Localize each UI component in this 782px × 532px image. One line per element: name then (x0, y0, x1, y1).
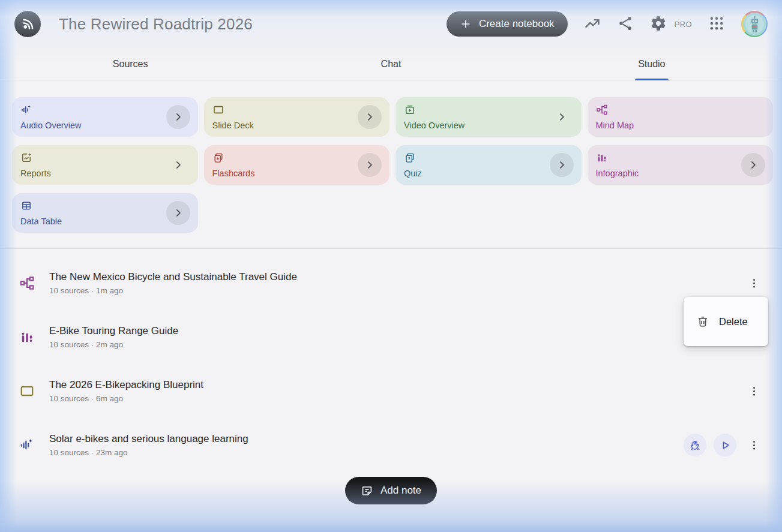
panel-tabs: SourcesChatStudio (0, 48, 782, 80)
studio-output-row[interactable]: The 2026 E-Bikepacking Blueprint10 sourc… (0, 364, 782, 418)
tab-studio[interactable]: Studio (522, 48, 782, 80)
settings-button[interactable] (650, 16, 667, 32)
output-meta: 10 sources · 23m ago (49, 448, 684, 457)
infographic-icon (596, 152, 608, 164)
studio-card-data-table[interactable]: Data Table (12, 193, 198, 233)
studio-card-slide-deck[interactable]: Slide Deck (204, 97, 390, 137)
create-notebook-button[interactable]: Create notebook (447, 11, 568, 37)
studio-card-reports[interactable]: Reports (12, 145, 198, 185)
quiz-icon: ? (404, 152, 416, 164)
studio-card-audio-overview[interactable]: Audio Overview (12, 97, 198, 137)
tab-chat[interactable]: Chat (260, 48, 521, 80)
tab-sources[interactable]: Sources (0, 48, 260, 80)
note-icon (361, 485, 373, 497)
chevron-right-icon[interactable] (741, 153, 765, 177)
output-meta: 10 sources · 6m ago (49, 394, 745, 403)
output-text: E-Bike Touring Range Guide10 sources · 2… (49, 325, 745, 349)
studio-card-grid: Audio OverviewSlide DeckVideo OverviewMi… (0, 80, 782, 248)
trash-icon (696, 315, 709, 328)
output-meta: 10 sources · 1m ago (49, 286, 745, 295)
reports-icon (20, 152, 32, 164)
play-button[interactable] (714, 434, 736, 456)
output-title: Solar e-bikes and serious language learn… (49, 433, 684, 445)
output-text: The New Mexico Bicycle and Sustainable T… (49, 271, 745, 295)
output-title: E-Bike Touring Range Guide (49, 325, 745, 337)
trending-up-icon (584, 15, 601, 34)
share-button[interactable] (617, 16, 634, 32)
app-header: The Rewired Roadtrip 2026 Create noteboo… (0, 0, 782, 48)
studio-output-list: The New Mexico Bicycle and Sustainable T… (0, 249, 782, 472)
create-notebook-label: Create notebook (479, 18, 555, 30)
account-avatar[interactable] (741, 11, 768, 37)
chevron-right-icon[interactable] (358, 105, 382, 129)
pro-badge: PRO (675, 20, 692, 29)
chevron-right-icon[interactable] (166, 105, 190, 129)
more-options-button[interactable] (745, 436, 763, 454)
analytics-button[interactable] (584, 16, 601, 32)
flashcards-icon (212, 152, 224, 164)
gear-icon (650, 15, 667, 34)
data-table-icon (20, 200, 32, 212)
studio-card-label: Infographic (596, 169, 765, 178)
studio-card-infographic[interactable]: Infographic (588, 145, 774, 185)
output-text: Solar e-bikes and serious language learn… (49, 433, 684, 457)
chevron-right-icon[interactable] (550, 105, 574, 129)
studio-card-video-overview[interactable]: Video Overview (396, 97, 582, 137)
studio-card-mind-map[interactable]: Mind Map (588, 97, 774, 137)
notebooklm-logo-icon[interactable] (14, 11, 41, 37)
output-text: The 2026 E-Bikepacking Blueprint10 sourc… (49, 379, 745, 403)
studio-card-label: Reports (20, 169, 190, 178)
output-title: The 2026 E-Bikepacking Blueprint (49, 379, 745, 391)
google-apps-button[interactable] (708, 16, 725, 32)
studio-card-label: Quiz (404, 169, 573, 178)
tab-label: Sources (113, 59, 148, 70)
studio-card-label: Data Table (20, 217, 190, 226)
slide-deck-icon (212, 104, 224, 116)
more-options-button[interactable] (745, 274, 763, 292)
studio-card-quiz[interactable]: ?Quiz (396, 145, 582, 185)
studio-output-row[interactable]: E-Bike Touring Range Guide10 sources · 2… (0, 310, 782, 364)
chevron-right-icon[interactable] (166, 153, 190, 177)
tab-label: Chat (381, 59, 402, 70)
audio-waveform-icon (19, 437, 35, 453)
notebooklm-app: The Rewired Roadtrip 2026 Create noteboo… (0, 0, 782, 532)
slide-deck-icon (19, 383, 35, 399)
chevron-right-icon[interactable] (166, 201, 190, 225)
header-actions: Create notebook PRO (447, 11, 768, 37)
notebook-title[interactable]: The Rewired Roadtrip 2026 (59, 15, 253, 34)
studio-card-flashcards[interactable]: Flashcards (204, 145, 390, 185)
audio-waveform-icon (20, 104, 32, 116)
apps-grid-icon (708, 15, 725, 34)
share-icon (617, 15, 634, 34)
studio-card-label: Audio Overview (20, 121, 190, 130)
interactive-mode-button[interactable] (684, 434, 706, 456)
context-menu-item-delete[interactable]: Delete (696, 315, 748, 328)
mind-map-icon (596, 104, 608, 116)
infographic-icon (19, 329, 35, 345)
chevron-right-icon[interactable] (358, 153, 382, 177)
svg-text:?: ? (408, 156, 411, 161)
add-note-row: Add note (0, 477, 782, 504)
studio-card-label: Video Overview (404, 121, 573, 130)
video-overview-icon (404, 104, 416, 116)
tab-label: Studio (638, 59, 665, 70)
studio-output-row[interactable]: The New Mexico Bicycle and Sustainable T… (0, 256, 782, 310)
studio-card-label: Flashcards (212, 169, 382, 178)
plus-icon (460, 18, 472, 30)
delete-label: Delete (719, 316, 748, 327)
studio-card-label: Slide Deck (212, 121, 382, 130)
context-menu: Delete (684, 297, 768, 346)
studio-card-label: Mind Map (596, 121, 765, 130)
studio-output-row[interactable]: Solar e-bikes and serious language learn… (0, 418, 782, 472)
output-meta: 10 sources · 2m ago (49, 340, 745, 349)
more-options-button[interactable] (745, 382, 763, 400)
output-title: The New Mexico Bicycle and Sustainable T… (49, 271, 745, 283)
audio-controls (684, 434, 736, 456)
mind-map-icon (19, 275, 35, 291)
add-note-label: Add note (380, 485, 421, 497)
chevron-right-icon[interactable] (550, 153, 574, 177)
add-note-button[interactable]: Add note (345, 477, 437, 504)
